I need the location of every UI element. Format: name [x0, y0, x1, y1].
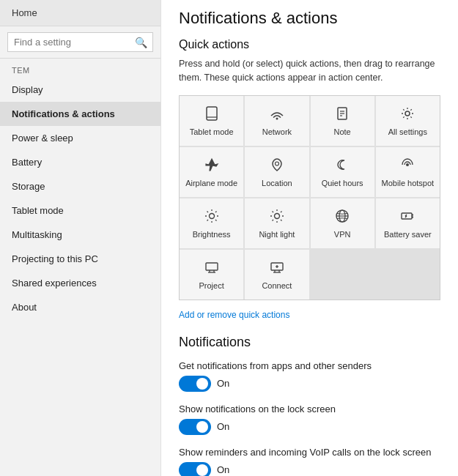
- qa-cell-vpn[interactable]: VPN: [311, 198, 374, 248]
- svg-line-24: [272, 212, 273, 213]
- notifications-list: Get notifications from apps and other se…: [179, 360, 440, 477]
- sidebar-item-storage[interactable]: Storage: [0, 174, 160, 198]
- svg-point-9: [406, 163, 409, 166]
- qa-cell-brightness[interactable]: Brightness: [180, 198, 243, 248]
- qa-cell-night-light[interactable]: Night light: [245, 198, 309, 248]
- notif-label-lock-screen-notifications: Show notifications on the lock screen: [179, 404, 440, 414]
- svg-point-19: [274, 214, 279, 219]
- sidebar-section-label: tem: [0, 59, 160, 78]
- vpn-icon: [335, 209, 350, 226]
- brightness-icon: [204, 209, 219, 226]
- sidebar-search-container: 🔍: [0, 26, 160, 59]
- toggle-voip-lock-screen[interactable]: [179, 462, 211, 477]
- svg-point-10: [209, 214, 214, 219]
- notif-label-get-notifications: Get notifications from apps and other se…: [179, 360, 440, 371]
- toggle-row-lock-screen-notifications: On: [179, 419, 440, 435]
- qa-label-project: Project: [199, 281, 224, 290]
- notif-row-lock-screen-notifications: Show notifications on the lock screenOn: [179, 404, 440, 435]
- note-icon: [335, 106, 350, 123]
- svg-line-16: [215, 220, 217, 221]
- toggle-lock-screen-notifications[interactable]: [179, 419, 211, 435]
- qa-label-battery-saver: Battery saver: [384, 230, 432, 239]
- search-input[interactable]: [7, 32, 153, 52]
- project-icon: [204, 260, 219, 277]
- svg-line-15: [207, 212, 208, 213]
- toggle-text-get-notifications: On: [217, 378, 229, 389]
- sidebar-item-projecting[interactable]: Projecting to this PC: [0, 247, 160, 271]
- battery-saver-icon: [400, 209, 415, 226]
- qa-cell-connect[interactable]: Connect: [245, 250, 309, 300]
- svg-line-26: [281, 212, 282, 213]
- sidebar-home[interactable]: Home: [0, 0, 160, 26]
- qa-label-note: Note: [334, 127, 351, 136]
- notifications-title: Notifications: [179, 335, 440, 350]
- toggle-text-voip-lock-screen: On: [217, 464, 229, 475]
- qa-label-all-settings: All settings: [388, 127, 427, 136]
- quiet-hours-icon: [335, 157, 350, 174]
- search-icon: 🔍: [135, 37, 147, 48]
- mobile-hotspot-icon: [400, 157, 415, 174]
- qa-label-airplane-mode: Airplane mode: [185, 179, 237, 187]
- network-icon: [270, 106, 284, 123]
- sidebar-item-display[interactable]: Display: [0, 78, 160, 102]
- home-label: Home: [12, 7, 37, 18]
- svg-line-18: [207, 220, 208, 221]
- svg-line-27: [272, 220, 273, 221]
- sidebar-item-battery[interactable]: Battery: [0, 150, 160, 174]
- svg-point-7: [405, 111, 410, 116]
- toggle-get-notifications[interactable]: [179, 376, 211, 392]
- qa-cell-location[interactable]: Location: [245, 147, 309, 197]
- tablet-mode-icon: [204, 106, 219, 123]
- qa-cell-airplane-mode[interactable]: Airplane mode: [180, 147, 243, 197]
- qa-label-quiet-hours: Quiet hours: [322, 179, 363, 187]
- svg-line-17: [215, 212, 217, 213]
- night-light-icon: [270, 209, 284, 226]
- qa-label-network: Network: [262, 127, 292, 136]
- all-settings-icon: [400, 106, 415, 123]
- toggle-text-lock-screen-notifications: On: [217, 421, 229, 432]
- qa-cell-mobile-hotspot[interactable]: Mobile hotspot: [376, 147, 440, 197]
- connect-icon: [270, 260, 284, 277]
- page-title: Notifications & actions: [179, 9, 440, 28]
- airplane-mode-icon: [204, 157, 219, 174]
- svg-point-8: [275, 162, 278, 166]
- sidebar-item-notifications[interactable]: Notifications & actions: [0, 102, 160, 126]
- sidebar-item-shared[interactable]: Shared experiences: [0, 271, 160, 295]
- qa-label-connect: Connect: [262, 281, 292, 290]
- notif-label-voip-lock-screen: Show reminders and incoming VoIP calls o…: [179, 447, 440, 458]
- qa-label-tablet-mode: Tablet mode: [190, 127, 234, 136]
- qa-label-location: Location: [262, 179, 292, 187]
- qa-label-vpn: VPN: [334, 230, 351, 239]
- qa-cell-battery-saver[interactable]: Battery saver: [376, 198, 440, 248]
- qa-label-mobile-hotspot: Mobile hotspot: [382, 179, 435, 187]
- svg-rect-0: [207, 107, 217, 120]
- notif-row-voip-lock-screen: Show reminders and incoming VoIP calls o…: [179, 447, 440, 477]
- qa-cell-network[interactable]: Network: [245, 96, 309, 146]
- sidebar-item-about[interactable]: About: [0, 295, 160, 319]
- qa-cell-note[interactable]: Note: [311, 96, 374, 146]
- svg-line-25: [281, 220, 282, 221]
- qa-cell-all-settings[interactable]: All settings: [376, 96, 440, 146]
- sidebar-item-power[interactable]: Power & sleep: [0, 126, 160, 150]
- location-icon: [270, 157, 284, 174]
- qa-cell-project[interactable]: Project: [180, 250, 243, 300]
- sidebar-items-container: DisplayNotifications & actionsPower & sl…: [0, 78, 160, 319]
- add-remove-link[interactable]: Add or remove quick actions: [179, 310, 289, 320]
- toggle-row-get-notifications: On: [179, 376, 440, 392]
- qa-label-brightness: Brightness: [193, 230, 231, 239]
- quick-actions-description: Press and hold (or select) quick actions…: [179, 57, 440, 85]
- notif-row-get-notifications: Get notifications from apps and other se…: [179, 360, 440, 392]
- qa-label-night-light: Night light: [259, 230, 295, 239]
- qa-cell-tablet-mode[interactable]: Tablet mode: [180, 96, 243, 146]
- sidebar-item-tablet[interactable]: Tablet mode: [0, 198, 160, 223]
- svg-rect-37: [206, 263, 218, 270]
- toggle-row-voip-lock-screen: On: [179, 462, 440, 477]
- quick-actions-title: Quick actions: [179, 38, 440, 51]
- sidebar: Home 🔍 tem DisplayNotifications & action…: [0, 0, 161, 476]
- sidebar-item-multitasking[interactable]: Multitasking: [0, 223, 160, 247]
- svg-point-2: [276, 118, 278, 120]
- main-content: Notifications & actions Quick actions Pr…: [161, 0, 458, 476]
- quick-actions-grid: Tablet modeNetworkNoteAll settingsAirpla…: [179, 95, 440, 300]
- qa-cell-quiet-hours[interactable]: Quiet hours: [311, 147, 374, 197]
